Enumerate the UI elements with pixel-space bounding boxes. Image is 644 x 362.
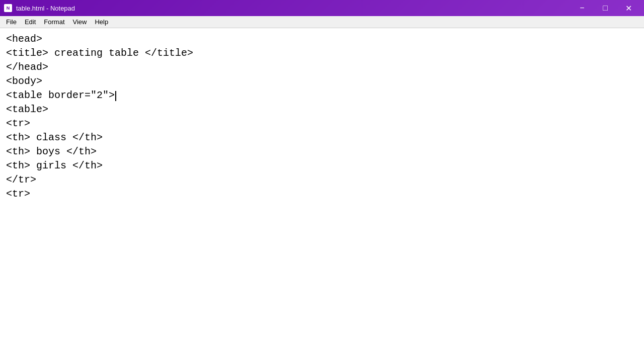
menu-format[interactable]: Format	[40, 17, 68, 27]
code-line-12: <tr>	[6, 187, 638, 201]
editor-area[interactable]: <head> <title> creating table </title> <…	[0, 28, 644, 362]
text-cursor	[115, 91, 116, 101]
code-line-1: <head>	[6, 32, 638, 46]
maximize-button[interactable]: □	[594, 0, 617, 16]
code-line-8: <th> class </th>	[6, 131, 638, 145]
title-bar-text: table.html - Notepad	[16, 5, 567, 12]
code-line-2: <title> creating table </title>	[6, 46, 638, 60]
close-button[interactable]: ✕	[617, 0, 640, 16]
menu-help[interactable]: Help	[91, 17, 112, 27]
title-bar: N table.html - Notepad − □ ✕	[0, 0, 644, 16]
code-line-11: </tr>	[6, 173, 638, 187]
window-controls: − □ ✕	[571, 0, 640, 16]
code-line-5: <table border="2">	[6, 88, 638, 103]
app-icon: N	[4, 4, 12, 12]
code-line-10: <th> girls </th>	[6, 159, 638, 173]
menu-view[interactable]: View	[69, 17, 91, 27]
code-line-9: <th> boys </th>	[6, 145, 638, 159]
code-line-3: </head>	[6, 60, 638, 74]
code-line-6: <table>	[6, 103, 638, 117]
menu-file[interactable]: File	[2, 17, 21, 27]
menu-bar: File Edit Format View Help	[0, 16, 644, 28]
menu-edit[interactable]: Edit	[21, 17, 40, 27]
code-line-7: <tr>	[6, 117, 638, 131]
code-line-4: <body>	[6, 74, 638, 88]
minimize-button[interactable]: −	[571, 0, 594, 16]
